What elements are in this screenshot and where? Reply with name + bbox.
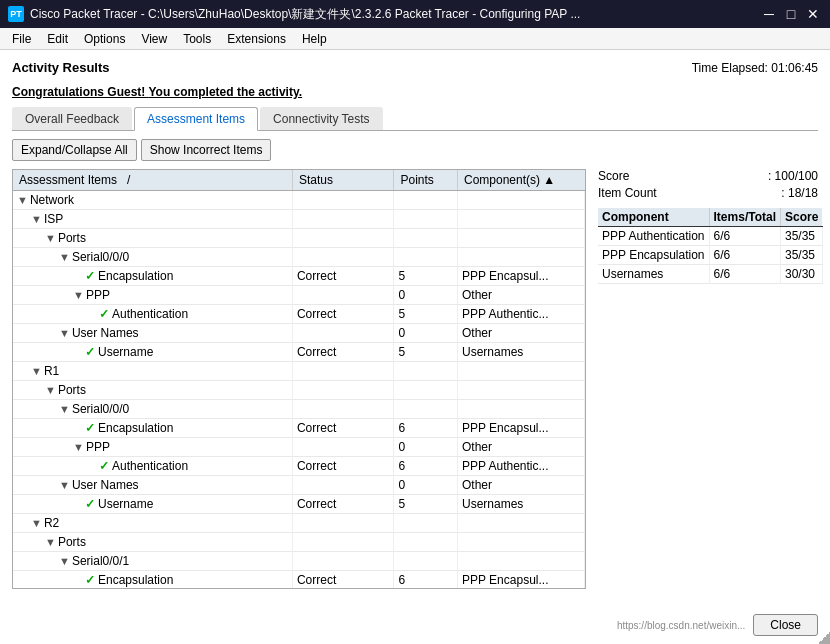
table-cell-name: ✓Username <box>13 343 292 362</box>
col-header-points: Points <box>394 170 458 191</box>
table-cell-points <box>394 552 458 571</box>
tree-expand-icon[interactable]: ▼ <box>73 289 84 301</box>
table-cell-status <box>292 362 394 381</box>
table-row: ▼Network <box>13 191 585 210</box>
maximize-button[interactable]: □ <box>782 5 800 23</box>
score-table-cell-component: Usernames <box>598 265 709 284</box>
menu-tools[interactable]: Tools <box>175 30 219 48</box>
table-cell-status: Correct <box>292 457 394 476</box>
show-incorrect-items-button[interactable]: Show Incorrect Items <box>141 139 272 161</box>
tab-overall-feedback[interactable]: Overall Feedback <box>12 107 132 130</box>
table-row: ✓AuthenticationCorrect5PPP Authentic... <box>13 305 585 324</box>
table-cell-name: ▼Ports <box>13 229 292 248</box>
activity-results-title: Activity Results <box>12 60 110 75</box>
menu-file[interactable]: File <box>4 30 39 48</box>
table-cell-points: 0 <box>394 286 458 305</box>
table-cell-points: 5 <box>394 343 458 362</box>
table-cell-component <box>457 381 584 400</box>
tree-expand-icon[interactable]: ▼ <box>73 441 84 453</box>
table-cell-points <box>394 533 458 552</box>
table-cell-name: ▼R1 <box>13 362 292 381</box>
table-cell-name: ✓Authentication <box>13 305 292 324</box>
tree-expand-icon[interactable]: ▼ <box>17 194 28 206</box>
table-cell-component <box>457 514 584 533</box>
tree-item-label: Serial0/0/1 <box>72 554 129 568</box>
table-cell-status: Correct <box>292 495 394 514</box>
tree-item-label: Authentication <box>112 459 188 473</box>
score-label: Score <box>598 169 629 183</box>
tree-expand-icon[interactable]: ▼ <box>31 365 42 377</box>
table-scroll[interactable]: Assessment Items / Status Points Compone… <box>13 170 585 588</box>
menu-help[interactable]: Help <box>294 30 335 48</box>
table-cell-component <box>457 552 584 571</box>
table-cell-points: 0 <box>394 324 458 343</box>
tree-expand-icon[interactable]: ▼ <box>45 384 56 396</box>
table-cell-name: ▼User Names <box>13 476 292 495</box>
score-table-cell-itemsTotal: 6/6 <box>709 246 780 265</box>
table-cell-component <box>457 229 584 248</box>
table-cell-points: 6 <box>394 571 458 589</box>
score-breakdown-table: Component Items/Total Score PPP Authenti… <box>598 208 823 284</box>
table-cell-component <box>457 210 584 229</box>
table-cell-name: ✓Encapsulation <box>13 571 292 589</box>
tree-expand-icon[interactable]: ▼ <box>59 403 70 415</box>
score-table-row: PPP Encapsulation6/635/35 <box>598 246 822 265</box>
table-cell-name: ✓Username <box>13 495 292 514</box>
congrats-text: Congratulations Guest! You completed the… <box>12 85 818 99</box>
table-cell-points <box>394 248 458 267</box>
table-cell-name: ▼PPP <box>13 438 292 457</box>
table-cell-component: PPP Encapsul... <box>457 419 584 438</box>
score-table-row: PPP Authentication6/635/35 <box>598 227 822 246</box>
table-cell-status <box>292 210 394 229</box>
tree-expand-icon[interactable]: ▼ <box>59 251 70 263</box>
assessment-table-container: Assessment Items / Status Points Compone… <box>12 169 586 589</box>
menu-view[interactable]: View <box>133 30 175 48</box>
menu-options[interactable]: Options <box>76 30 133 48</box>
table-cell-status <box>292 324 394 343</box>
close-button[interactable]: Close <box>753 614 818 636</box>
tree-expand-icon[interactable]: ▼ <box>59 555 70 567</box>
tab-connectivity-tests[interactable]: Connectivity Tests <box>260 107 383 130</box>
table-cell-status: Correct <box>292 267 394 286</box>
tab-assessment-items[interactable]: Assessment Items <box>134 107 258 131</box>
main-content: Activity Results Time Elapsed: 01:06:45 … <box>0 50 830 644</box>
table-cell-component <box>457 533 584 552</box>
tree-expand-icon[interactable]: ▼ <box>31 213 42 225</box>
check-icon: ✓ <box>85 497 95 511</box>
tree-item-label: Network <box>30 193 74 207</box>
minimize-button[interactable]: ─ <box>760 5 778 23</box>
table-cell-status <box>292 381 394 400</box>
tree-expand-icon[interactable]: ▼ <box>45 536 56 548</box>
menu-extensions[interactable]: Extensions <box>219 30 294 48</box>
table-cell-status <box>292 533 394 552</box>
menu-edit[interactable]: Edit <box>39 30 76 48</box>
table-cell-name: ▼PPP <box>13 286 292 305</box>
score-table-cell-score: 35/35 <box>781 227 823 246</box>
score-table-cell-component: PPP Encapsulation <box>598 246 709 265</box>
table-row: ▼User Names0Other <box>13 476 585 495</box>
tree-item-label: Serial0/0/0 <box>72 402 129 416</box>
tree-item-label: Encapsulation <box>98 421 173 435</box>
table-cell-status <box>292 400 394 419</box>
table-row: ✓UsernameCorrect5Usernames <box>13 343 585 362</box>
expand-collapse-all-button[interactable]: Expand/Collapse All <box>12 139 137 161</box>
window-close-button[interactable]: ✕ <box>804 5 822 23</box>
score-table-body: PPP Authentication6/635/35PPP Encapsulat… <box>598 227 822 284</box>
tree-expand-icon[interactable]: ▼ <box>59 327 70 339</box>
tree-item-label: R2 <box>44 516 59 530</box>
table-cell-name: ▼R2 <box>13 514 292 533</box>
table-cell-name: ▼Ports <box>13 533 292 552</box>
table-cell-points: 5 <box>394 305 458 324</box>
resize-handle[interactable] <box>818 632 830 644</box>
table-cell-points <box>394 362 458 381</box>
tree-expand-icon[interactable]: ▼ <box>59 479 70 491</box>
table-row: ▼R1 <box>13 362 585 381</box>
tree-expand-icon[interactable]: ▼ <box>45 232 56 244</box>
score-col-score: Score <box>781 208 823 227</box>
tree-expand-icon[interactable]: ▼ <box>31 517 42 529</box>
table-row: ✓EncapsulationCorrect6PPP Encapsul... <box>13 571 585 589</box>
table-cell-component <box>457 248 584 267</box>
table-cell-name: ▼User Names <box>13 324 292 343</box>
tree-item-label: Encapsulation <box>98 269 173 283</box>
tree-item-label: User Names <box>72 326 139 340</box>
